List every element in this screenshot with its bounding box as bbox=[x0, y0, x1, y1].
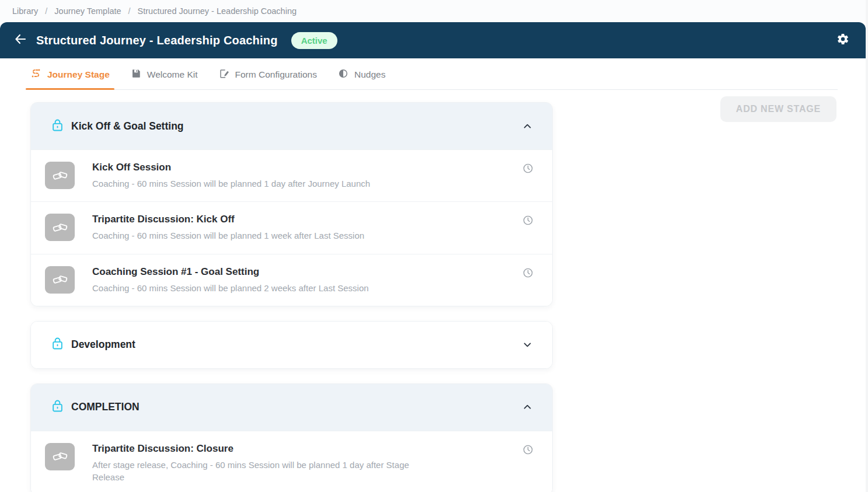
chevron-up-icon[interactable] bbox=[522, 402, 532, 412]
session-row-tripartite-closure[interactable]: Tripartite Discussion: Closure After sta… bbox=[31, 431, 552, 492]
breadcrumb-separator: / bbox=[45, 6, 47, 16]
breadcrumb-current-page: Structured Journey - Leadership Coaching bbox=[138, 6, 297, 16]
welcome-kit-icon bbox=[131, 68, 141, 81]
page-header: Structured Journey - Leadership Coaching… bbox=[0, 22, 866, 58]
clock-icon bbox=[522, 215, 534, 228]
status-badge: Active bbox=[291, 32, 337, 49]
add-new-stage-button[interactable]: ADD NEW STAGE bbox=[720, 96, 836, 122]
journey-stage-panel: ADD NEW STAGE Kick Off & Goal Setting bbox=[30, 90, 838, 492]
tab-journey-stage[interactable]: Journey Stage bbox=[30, 60, 110, 89]
gear-icon bbox=[836, 33, 849, 48]
chevron-down-icon[interactable] bbox=[522, 340, 532, 350]
breadcrumb: Library / Journey Template / Structured … bbox=[0, 0, 868, 22]
tab-label: Form Configurations bbox=[235, 69, 317, 80]
stage-header[interactable]: Kick Off & Goal Setting bbox=[31, 103, 552, 149]
session-row-coaching-session-1[interactable]: Coaching Session #1 - Goal Setting Coach… bbox=[31, 254, 552, 306]
tab-label: Journey Stage bbox=[47, 69, 110, 80]
page-title: Structured Journey - Leadership Coaching bbox=[36, 34, 278, 47]
handshake-icon bbox=[45, 214, 75, 241]
arrow-left-icon bbox=[13, 32, 27, 48]
session-title: Tripartite Discussion: Kick Off bbox=[92, 214, 364, 225]
breadcrumb-journey-template[interactable]: Journey Template bbox=[54, 6, 121, 16]
stage-card-kick-off-goal-setting: Kick Off & Goal Setting Kick Off Session… bbox=[30, 102, 553, 306]
tab-bar: Journey Stage Welcome Kit Form Configura… bbox=[30, 60, 838, 90]
lock-icon bbox=[52, 399, 63, 415]
clock-icon bbox=[522, 444, 534, 458]
stage-title: Development bbox=[71, 339, 135, 351]
breadcrumb-library[interactable]: Library bbox=[12, 6, 38, 16]
handshake-icon bbox=[45, 266, 75, 294]
session-text: Coaching Session #1 - Goal Setting Coach… bbox=[92, 266, 386, 294]
journey-stage-icon bbox=[30, 68, 41, 81]
handshake-icon bbox=[45, 162, 75, 189]
stage-card-development: Development bbox=[30, 321, 553, 369]
clock-icon bbox=[522, 163, 534, 176]
session-text: Tripartite Discussion: Kick Off Coaching… bbox=[92, 214, 382, 242]
session-description: Coaching - 60 mins Session will be plann… bbox=[92, 177, 370, 190]
vertical-scrollbar[interactable] bbox=[866, 0, 868, 492]
session-description: Coaching - 60 mins Session will be plann… bbox=[92, 229, 364, 242]
lock-icon bbox=[52, 118, 63, 134]
session-text: Tripartite Discussion: Closure After sta… bbox=[92, 443, 445, 484]
session-row-kick-off-session[interactable]: Kick Off Session Coaching - 60 mins Sess… bbox=[31, 149, 552, 201]
main-area: Journey Stage Welcome Kit Form Configura… bbox=[0, 60, 868, 492]
tab-nudges[interactable]: Nudges bbox=[338, 60, 385, 89]
stage-title: COMPLETION bbox=[71, 401, 140, 413]
settings-button[interactable] bbox=[836, 33, 849, 48]
session-title: Coaching Session #1 - Goal Setting bbox=[92, 266, 369, 278]
tab-welcome-kit[interactable]: Welcome Kit bbox=[131, 60, 198, 89]
chevron-up-icon[interactable] bbox=[522, 121, 532, 131]
tab-label: Nudges bbox=[354, 69, 385, 80]
nudges-icon bbox=[338, 68, 348, 81]
lock-icon bbox=[52, 337, 63, 353]
clock-icon bbox=[522, 267, 534, 281]
stage-title: Kick Off & Goal Setting bbox=[71, 120, 184, 132]
session-row-tripartite-kick-off[interactable]: Tripartite Discussion: Kick Off Coaching… bbox=[31, 201, 552, 253]
stage-card-completion: COMPLETION Tripartite Discussion: Closur… bbox=[30, 383, 553, 492]
form-edit-icon bbox=[219, 68, 229, 81]
stage-header[interactable]: Development bbox=[31, 322, 552, 368]
breadcrumb-separator: / bbox=[128, 6, 131, 16]
back-button[interactable] bbox=[11, 30, 30, 50]
session-text: Kick Off Session Coaching - 60 mins Sess… bbox=[92, 162, 388, 190]
handshake-icon bbox=[45, 443, 75, 470]
session-description: After stage release, Coaching - 60 mins … bbox=[92, 459, 428, 484]
stage-header[interactable]: COMPLETION bbox=[31, 384, 552, 431]
session-description: Coaching - 60 mins Session will be plann… bbox=[92, 282, 369, 294]
session-title: Tripartite Discussion: Closure bbox=[92, 443, 428, 455]
tab-form-configurations[interactable]: Form Configurations bbox=[219, 60, 317, 89]
session-title: Kick Off Session bbox=[92, 162, 370, 173]
tab-label: Welcome Kit bbox=[147, 69, 198, 80]
